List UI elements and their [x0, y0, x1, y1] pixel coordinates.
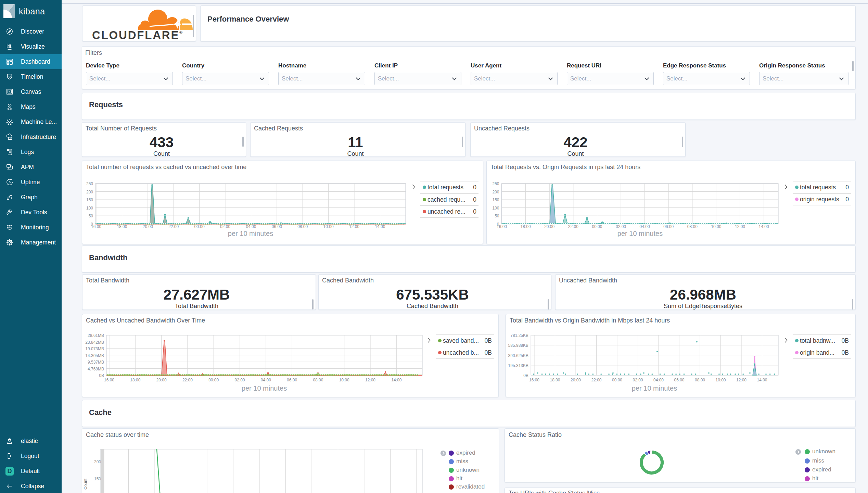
- svg-text:18:00: 18:00: [117, 224, 127, 229]
- svg-text:28.61MB: 28.61MB: [88, 333, 104, 338]
- svg-text:250: 250: [492, 181, 499, 186]
- svg-text:14:00: 14:00: [375, 224, 385, 229]
- svg-text:10:00: 10:00: [339, 378, 349, 382]
- svg-text:00:00: 00:00: [612, 378, 622, 382]
- svg-text:200: 200: [86, 190, 93, 194]
- svg-text:06:00: 06:00: [287, 378, 297, 382]
- svg-text:22:00: 22:00: [168, 224, 179, 229]
- svg-text:00:00: 00:00: [208, 378, 219, 382]
- svg-text:10:00: 10:00: [711, 224, 721, 229]
- svg-text:12:00: 12:00: [349, 224, 359, 229]
- svg-text:100: 100: [86, 206, 93, 211]
- svg-text:18:00: 18:00: [521, 224, 531, 229]
- svg-text:22:00: 22:00: [591, 378, 601, 382]
- svg-text:04:00: 04:00: [246, 224, 256, 229]
- svg-text:20:00: 20:00: [143, 224, 153, 229]
- svg-text:150: 150: [86, 198, 93, 202]
- svg-text:150: 150: [492, 198, 499, 202]
- svg-text:16:00: 16:00: [104, 378, 114, 382]
- svg-text:0B: 0B: [523, 373, 528, 378]
- svg-text:04:00: 04:00: [640, 224, 650, 229]
- svg-text:12:00: 12:00: [736, 378, 746, 382]
- svg-text:195.313KB: 195.313KB: [508, 363, 528, 368]
- svg-text:14:00: 14:00: [391, 378, 401, 382]
- svg-text:12:00: 12:00: [365, 378, 375, 382]
- svg-text:20:00: 20:00: [571, 378, 581, 382]
- svg-text:100: 100: [492, 206, 499, 211]
- svg-text:22:00: 22:00: [182, 378, 193, 382]
- svg-text:Count: Count: [83, 478, 88, 490]
- svg-text:16:00: 16:00: [497, 224, 507, 229]
- svg-text:02:00: 02:00: [220, 224, 230, 229]
- svg-text:08:00: 08:00: [687, 224, 698, 229]
- svg-text:20:00: 20:00: [544, 224, 554, 229]
- svg-text:200: 200: [492, 190, 499, 194]
- svg-text:14.305MB: 14.305MB: [85, 353, 104, 358]
- svg-text:14:00: 14:00: [757, 378, 767, 382]
- svg-text:16:00: 16:00: [529, 378, 539, 382]
- svg-text:18:00: 18:00: [550, 378, 560, 382]
- svg-text:08:00: 08:00: [297, 224, 308, 229]
- svg-text:10:00: 10:00: [715, 378, 726, 382]
- svg-text:19.073MB: 19.073MB: [85, 346, 104, 351]
- svg-text:per 10 minutes: per 10 minutes: [632, 384, 677, 392]
- svg-text:00:00: 00:00: [592, 224, 602, 229]
- svg-text:18:00: 18:00: [130, 378, 140, 382]
- svg-text:10:00: 10:00: [323, 224, 334, 229]
- svg-text:08:00: 08:00: [695, 378, 705, 382]
- svg-text:02:00: 02:00: [234, 378, 245, 382]
- svg-text:08:00: 08:00: [313, 378, 323, 382]
- svg-text:per 10 minutes: per 10 minutes: [228, 230, 273, 237]
- svg-text:00:00: 00:00: [194, 224, 205, 229]
- svg-text:781.25KB: 781.25KB: [510, 333, 528, 338]
- svg-text:12:00: 12:00: [735, 224, 745, 229]
- svg-text:14:00: 14:00: [759, 224, 769, 229]
- svg-text:04:00: 04:00: [261, 378, 271, 382]
- svg-text:06:00: 06:00: [663, 224, 674, 229]
- svg-text:16:00: 16:00: [91, 224, 101, 229]
- svg-text:20:00: 20:00: [156, 378, 167, 382]
- svg-text:390.625KB: 390.625KB: [508, 353, 528, 358]
- svg-text:per 10 minutes: per 10 minutes: [242, 384, 287, 392]
- svg-text:04:00: 04:00: [653, 378, 664, 382]
- svg-text:0B: 0B: [99, 373, 104, 378]
- svg-text:50: 50: [495, 214, 499, 218]
- svg-text:02:00: 02:00: [633, 378, 643, 382]
- svg-text:06:00: 06:00: [272, 224, 282, 229]
- svg-text:23.842MB: 23.842MB: [85, 340, 104, 345]
- svg-text:585.938KB: 585.938KB: [508, 343, 528, 348]
- svg-text:02:00: 02:00: [616, 224, 626, 229]
- svg-text:22:00: 22:00: [568, 224, 578, 229]
- svg-text:50: 50: [89, 214, 93, 218]
- svg-text:250: 250: [86, 181, 93, 186]
- svg-text:per 10 minutes: per 10 minutes: [617, 230, 663, 237]
- svg-text:9.537MB: 9.537MB: [88, 360, 104, 365]
- svg-text:4.768MB: 4.768MB: [88, 367, 104, 371]
- svg-text:06:00: 06:00: [674, 378, 684, 382]
